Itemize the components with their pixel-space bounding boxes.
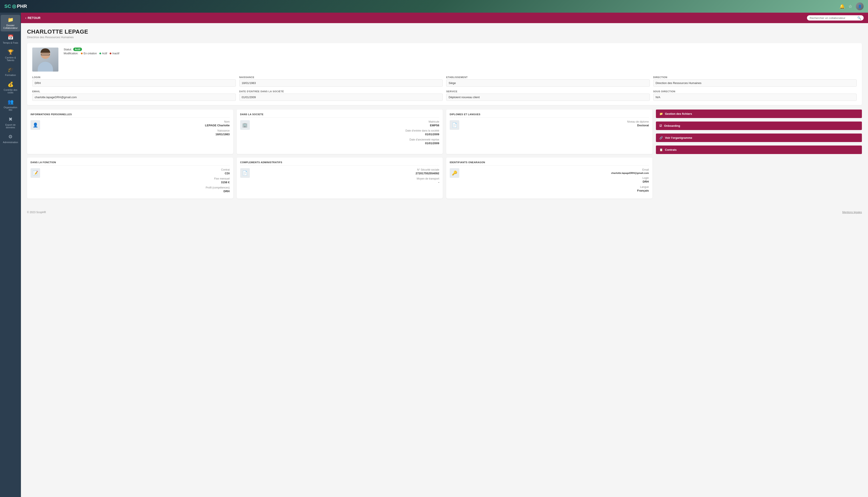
transport-field: Moyen de transport - <box>252 177 439 184</box>
date-entree-group: DATE D'ENTRÉE DANS LA SOCIÉTÉ <box>239 90 443 101</box>
card-identifiants-title: IDENTIFIANTS ONEARAGON <box>450 161 649 166</box>
naissance-input[interactable] <box>239 80 443 87</box>
card-identifiants-body: 🔑 Email charlotte.lapageDRH@gmail.com Lo… <box>450 168 649 194</box>
login-input[interactable] <box>32 80 236 87</box>
niveau-field: Niveau de diplome Doctorat <box>462 120 649 127</box>
modification-line: Modification: En création Actif <box>64 52 857 55</box>
status-badge: Actif <box>73 47 82 51</box>
identifiants-fields: Email charlotte.lapageDRH@gmail.com Logi… <box>462 168 649 194</box>
direction-input[interactable] <box>653 80 857 87</box>
login-label: LOGIN <box>32 76 236 79</box>
identifiants-login-value: DRH <box>462 180 649 183</box>
profil-value: DRH <box>43 189 230 193</box>
email-input[interactable] <box>32 94 236 101</box>
export-icon: ✖ <box>9 116 12 122</box>
gestion-fichiers-button[interactable]: 📁 Gestion des fichiers <box>656 110 862 118</box>
profile-photo <box>32 47 58 72</box>
back-label: RETOUR <box>28 16 41 20</box>
status-label: Statut: <box>64 48 72 51</box>
sidebar-item-formation[interactable]: 🎓 Formation <box>1 65 20 79</box>
mod-inactif-label: Inactif <box>112 52 119 55</box>
notifications-icon[interactable]: 🔔 <box>839 4 845 9</box>
bottom-cards-grid: DANS LA FONCTION 📝 Contrat CDI Fixe mens… <box>27 157 862 199</box>
dans-societe-icon: 🏢 <box>240 120 250 130</box>
page-title: CHARLOTTE LEPAGE <box>27 28 862 35</box>
contrats-label: Contrats <box>665 148 677 152</box>
sidebar-item-controle[interactable]: 💰 Contrôle des coûts <box>1 80 20 96</box>
date-entree-societe-field: Date d'entrée dans la société 01/01/2009 <box>252 129 439 136</box>
niveau-label: Niveau de diplome <box>462 120 649 123</box>
back-button[interactable]: ‹ RETOUR <box>25 16 41 20</box>
card-dans-fonction: DANS LA FONCTION 📝 Contrat CDI Fixe mens… <box>27 157 233 199</box>
date-anciennete-label: Date d'ancienneté reprise <box>252 138 439 141</box>
profil-field: Profil (compétences) DRH <box>43 186 230 193</box>
sidebar-item-carriere[interactable]: 🏆 Carrière & Talents <box>1 47 20 64</box>
mod-en-creation-label: En création <box>84 52 97 55</box>
administration-icon: ⚙ <box>8 134 13 140</box>
date-anciennete-value: 01/01/2009 <box>252 142 439 145</box>
page-title-section: CHARLOTTE LEPAGE Directrice des Ressourc… <box>27 28 862 39</box>
page-subtitle: Directrice des Ressources Humaines <box>27 36 862 39</box>
sidebar-label-organisation: Organisation RH <box>4 106 17 111</box>
card-complements-title: COMPLEMENTS ADMINISTRATIFS <box>240 161 439 166</box>
sous-direction-label: SOUS DIRECTION <box>653 90 857 93</box>
sidebar-item-temps[interactable]: 📅 Temps & Frais <box>1 32 20 46</box>
direction-group: DIRECTION <box>653 76 857 87</box>
langue-field: Langue Français <box>462 185 649 192</box>
identifiants-login-field: Login DRH <box>462 176 649 183</box>
search-input[interactable] <box>810 16 856 20</box>
star-icon[interactable]: ☆ <box>848 4 852 9</box>
sidebar-label-carriere: Carrière & Talents <box>5 56 16 61</box>
sidebar-item-organisation[interactable]: 👥 Organisation RH <box>1 97 20 113</box>
dot-red <box>109 53 112 54</box>
contrat-field: Contrat CDI <box>43 168 230 175</box>
organigramme-label: Voir l'organigramme <box>665 136 692 139</box>
service-label: SERVICE <box>446 90 650 93</box>
card-dans-societe-title: DANS LA SOCIETE <box>240 113 439 118</box>
etablissement-input[interactable] <box>446 80 650 87</box>
card-complements-body: 📄 N° Sécurité sociale 272017552554092 Mo… <box>240 168 439 186</box>
sidebar-item-dossier[interactable]: 📁 Dossier Collaborateur <box>1 15 20 31</box>
onboarding-button[interactable]: ☑ Onboarding <box>656 122 862 130</box>
service-input[interactable] <box>446 94 650 101</box>
card-complements: COMPLEMENTS ADMINISTRATIFS 📄 N° Sécurité… <box>237 157 443 199</box>
contrat-label: Contrat <box>43 168 230 171</box>
sidebar-label-dossier: Dossier Collaborateur <box>3 24 18 29</box>
naissance-field: Naissance 18/01/1983 <box>43 129 230 136</box>
sidebar: 📁 Dossier Collaborateur 📅 Temps & Frais … <box>0 13 21 497</box>
card-dans-societe-body: 🏢 Matricule EMP58 Date d'entrée dans la … <box>240 120 439 147</box>
copyright: © 2023 ScopHR <box>27 211 46 214</box>
sidebar-item-export[interactable]: ✖ Export de données <box>1 114 20 131</box>
email-group: EMAIL <box>32 90 236 101</box>
contrats-icon: 📋 <box>659 148 663 152</box>
sidebar-label-administration: Administration <box>3 141 18 144</box>
info-personnelles-icon: 👤 <box>30 120 40 130</box>
card-diplomes: DIPLOMES ET LANGUES 📄 Niveau de diplome … <box>446 110 652 154</box>
mentions-legales-link[interactable]: Mentions légales <box>842 211 862 214</box>
profil-label: Profil (compétences) <box>43 186 230 189</box>
diplomes-fields: Niveau de diplome Doctorat <box>462 120 649 129</box>
profile-fields: LOGIN NAISSANCE ETABLISSEMENT DIRECTION <box>32 76 857 101</box>
identifiants-email-value: charlotte.lapageDRH@gmail.com <box>462 172 649 174</box>
dot-green <box>99 53 101 54</box>
contrats-button[interactable]: 📋 Contrats <box>656 145 862 154</box>
organisation-icon: 👥 <box>8 99 14 105</box>
organigramme-button[interactable]: 🔗 Voir l'organigramme <box>656 133 862 142</box>
sous-direction-group: SOUS DIRECTION <box>653 90 857 101</box>
matricule-field: Matricule EMP58 <box>252 120 439 127</box>
status-line: Statut: Actif <box>64 47 857 51</box>
search-box: 🔍 <box>807 15 864 20</box>
user-avatar[interactable]: 👤 <box>856 2 864 10</box>
sidebar-item-administration[interactable]: ⚙ Administration <box>1 132 20 146</box>
page-content: CHARLOTTE LEPAGE Directrice des Ressourc… <box>21 23 868 221</box>
logo-scop: SC <box>4 3 11 9</box>
top-cards-grid: INFORMATIONS PERSONNELLES 👤 Nom LEPAGE C… <box>27 110 862 154</box>
back-chevron-icon: ‹ <box>25 16 26 20</box>
complements-fields: N° Sécurité sociale 272017552554092 Moye… <box>252 168 439 186</box>
naissance-field-label: Naissance <box>43 129 230 132</box>
onboarding-label: Onboarding <box>664 124 680 127</box>
date-entree-input[interactable] <box>239 94 443 101</box>
sous-direction-input[interactable] <box>653 94 857 101</box>
date-anciennete-field: Date d'ancienneté reprise 01/01/2009 <box>252 138 439 145</box>
dans-fonction-fields: Contrat CDI Fixe mensuel 3158 € Profil (… <box>43 168 230 195</box>
